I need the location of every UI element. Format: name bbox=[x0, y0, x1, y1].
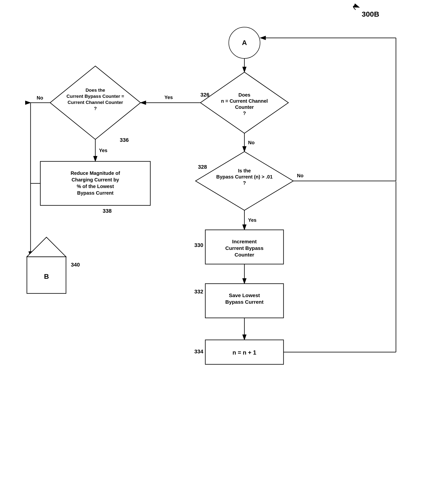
connector-A: A bbox=[229, 27, 260, 59]
svg-text:?: ? bbox=[243, 180, 246, 186]
flowchart-svg: 300B Does n = Current Channel Counter ? … bbox=[0, 0, 448, 480]
svg-text:Is the: Is the bbox=[238, 168, 251, 173]
svg-text:n = n + 1: n = n + 1 bbox=[232, 349, 256, 356]
svg-text:Reduce Magnitude of: Reduce Magnitude of bbox=[71, 170, 120, 176]
svg-text:Current Bypass: Current Bypass bbox=[225, 245, 263, 251]
svg-text:?: ? bbox=[94, 106, 97, 111]
svg-text:Save Lowest: Save Lowest bbox=[229, 292, 260, 298]
svg-text:Current Bypass Counter =: Current Bypass Counter = bbox=[66, 94, 124, 99]
svg-text:% of the Lowest: % of the Lowest bbox=[77, 184, 114, 189]
diagram-title-label: 300B bbox=[362, 10, 379, 18]
svg-rect-52 bbox=[40, 161, 150, 205]
svg-text:n = Current Channel: n = Current Channel bbox=[221, 98, 268, 104]
svg-text:No: No bbox=[248, 140, 255, 145]
svg-text:Increment: Increment bbox=[232, 239, 257, 244]
svg-text:Yes: Yes bbox=[164, 95, 173, 100]
svg-text:334: 334 bbox=[194, 348, 203, 355]
svg-text:336: 336 bbox=[120, 137, 129, 143]
svg-text:Counter: Counter bbox=[235, 252, 254, 257]
svg-text:Yes: Yes bbox=[248, 217, 256, 223]
svg-text:340: 340 bbox=[71, 262, 80, 268]
svg-text:B: B bbox=[44, 273, 49, 280]
svg-text:Does: Does bbox=[239, 92, 251, 98]
svg-text:?: ? bbox=[243, 111, 246, 116]
svg-text:No: No bbox=[37, 95, 43, 100]
flowchart-diagram: 300B Does n = Current Channel Counter ? … bbox=[0, 0, 448, 480]
svg-text:332: 332 bbox=[194, 289, 203, 295]
svg-text:Bypass Current: Bypass Current bbox=[77, 190, 114, 196]
svg-text:Bypass Current (n) > .01: Bypass Current (n) > .01 bbox=[216, 174, 273, 179]
svg-text:338: 338 bbox=[103, 208, 112, 214]
svg-text:328: 328 bbox=[198, 164, 207, 170]
svg-text:Current Channel Counter: Current Channel Counter bbox=[68, 100, 123, 105]
svg-text:326: 326 bbox=[200, 92, 209, 98]
svg-marker-60 bbox=[27, 237, 66, 257]
svg-text:330: 330 bbox=[194, 242, 203, 248]
svg-text:Does the: Does the bbox=[86, 88, 105, 93]
svg-text:Counter: Counter bbox=[235, 104, 254, 110]
svg-text:Charging Current by: Charging Current by bbox=[72, 177, 119, 182]
svg-text:Yes: Yes bbox=[99, 148, 107, 153]
svg-text:No: No bbox=[297, 173, 304, 178]
svg-text:Bypass Current: Bypass Current bbox=[225, 299, 263, 305]
